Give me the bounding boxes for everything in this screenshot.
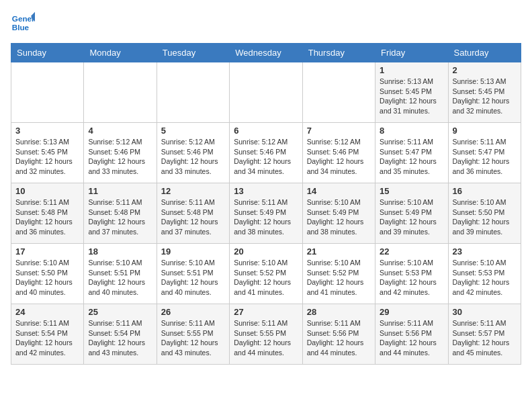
day-cell: 7Sunrise: 5:12 AM Sunset: 5:46 PM Daylig… — [302, 123, 375, 183]
weekday-header-thursday: Thursday — [302, 44, 375, 62]
day-info: Sunrise: 5:10 AM Sunset: 5:52 PM Dayligh… — [234, 258, 298, 298]
day-cell — [302, 62, 375, 123]
day-number: 8 — [380, 126, 443, 136]
day-cell: 17Sunrise: 5:10 AM Sunset: 5:50 PM Dayli… — [11, 244, 84, 304]
day-cell: 8Sunrise: 5:11 AM Sunset: 5:47 PM Daylig… — [375, 123, 448, 183]
day-cell: 10Sunrise: 5:11 AM Sunset: 5:48 PM Dayli… — [11, 183, 84, 244]
day-cell: 4Sunrise: 5:12 AM Sunset: 5:46 PM Daylig… — [84, 123, 157, 183]
day-cell: 6Sunrise: 5:12 AM Sunset: 5:46 PM Daylig… — [230, 123, 302, 183]
svg-text:Blue: Blue — [12, 23, 30, 32]
day-info: Sunrise: 5:11 AM Sunset: 5:57 PM Dayligh… — [453, 318, 517, 358]
day-number: 15 — [380, 186, 443, 196]
day-cell: 27Sunrise: 5:11 AM Sunset: 5:55 PM Dayli… — [230, 304, 302, 365]
day-info: Sunrise: 5:12 AM Sunset: 5:46 PM Dayligh… — [88, 137, 152, 177]
day-info: Sunrise: 5:10 AM Sunset: 5:50 PM Dayligh… — [453, 197, 517, 237]
day-info: Sunrise: 5:11 AM Sunset: 5:56 PM Dayligh… — [380, 318, 443, 358]
day-number: 17 — [15, 246, 79, 257]
weekday-header-row: SundayMondayTuesdayWednesdayThursdayFrid… — [11, 44, 521, 62]
day-cell: 2Sunrise: 5:13 AM Sunset: 5:45 PM Daylig… — [448, 62, 521, 123]
day-number: 1 — [380, 65, 443, 75]
day-number: 30 — [453, 307, 517, 317]
day-cell: 23Sunrise: 5:10 AM Sunset: 5:53 PM Dayli… — [448, 244, 521, 304]
day-number: 6 — [234, 126, 298, 136]
day-cell: 20Sunrise: 5:10 AM Sunset: 5:52 PM Dayli… — [230, 244, 302, 304]
day-cell: 28Sunrise: 5:11 AM Sunset: 5:56 PM Dayli… — [302, 304, 375, 365]
day-info: Sunrise: 5:13 AM Sunset: 5:45 PM Dayligh… — [380, 77, 443, 116]
day-number: 12 — [161, 186, 225, 196]
day-number: 2 — [453, 65, 517, 75]
day-number: 23 — [453, 246, 517, 257]
day-cell: 15Sunrise: 5:10 AM Sunset: 5:49 PM Dayli… — [375, 183, 448, 244]
day-info: Sunrise: 5:10 AM Sunset: 5:52 PM Dayligh… — [307, 258, 371, 298]
day-info: Sunrise: 5:10 AM Sunset: 5:51 PM Dayligh… — [161, 258, 225, 298]
day-info: Sunrise: 5:11 AM Sunset: 5:54 PM Dayligh… — [88, 318, 152, 358]
weekday-header-saturday: Saturday — [448, 44, 521, 62]
day-info: Sunrise: 5:11 AM Sunset: 5:48 PM Dayligh… — [15, 197, 79, 237]
week-row-4: 17Sunrise: 5:10 AM Sunset: 5:50 PM Dayli… — [11, 244, 521, 304]
day-cell: 30Sunrise: 5:11 AM Sunset: 5:57 PM Dayli… — [448, 304, 521, 365]
day-info: Sunrise: 5:11 AM Sunset: 5:47 PM Dayligh… — [453, 137, 517, 177]
weekday-header-sunday: Sunday — [11, 44, 84, 62]
day-info: Sunrise: 5:12 AM Sunset: 5:46 PM Dayligh… — [161, 137, 225, 177]
day-info: Sunrise: 5:12 AM Sunset: 5:46 PM Dayligh… — [234, 137, 298, 177]
calendar-body: 1Sunrise: 5:13 AM Sunset: 5:45 PM Daylig… — [11, 62, 521, 365]
logo: General Blue — [11, 11, 35, 35]
day-number: 24 — [15, 307, 79, 317]
day-info: Sunrise: 5:10 AM Sunset: 5:50 PM Dayligh… — [15, 258, 79, 298]
day-cell: 12Sunrise: 5:11 AM Sunset: 5:48 PM Dayli… — [157, 183, 229, 244]
day-number: 5 — [161, 126, 225, 136]
weekday-header-monday: Monday — [84, 44, 157, 62]
day-info: Sunrise: 5:11 AM Sunset: 5:49 PM Dayligh… — [234, 197, 298, 237]
day-info: Sunrise: 5:11 AM Sunset: 5:48 PM Dayligh… — [161, 197, 225, 237]
day-number: 13 — [234, 186, 298, 196]
day-number: 16 — [453, 186, 517, 196]
day-info: Sunrise: 5:10 AM Sunset: 5:51 PM Dayligh… — [88, 258, 152, 298]
day-cell — [157, 62, 229, 123]
day-number: 21 — [307, 246, 371, 257]
day-number: 20 — [234, 246, 298, 257]
day-cell: 26Sunrise: 5:11 AM Sunset: 5:55 PM Dayli… — [157, 304, 229, 365]
day-cell: 18Sunrise: 5:10 AM Sunset: 5:51 PM Dayli… — [84, 244, 157, 304]
day-info: Sunrise: 5:13 AM Sunset: 5:45 PM Dayligh… — [15, 137, 79, 177]
week-row-5: 24Sunrise: 5:11 AM Sunset: 5:54 PM Dayli… — [11, 304, 521, 365]
day-cell — [84, 62, 157, 123]
day-cell: 22Sunrise: 5:10 AM Sunset: 5:53 PM Dayli… — [375, 244, 448, 304]
day-number: 10 — [15, 186, 79, 196]
day-info: Sunrise: 5:10 AM Sunset: 5:49 PM Dayligh… — [380, 197, 443, 237]
day-info: Sunrise: 5:11 AM Sunset: 5:56 PM Dayligh… — [307, 318, 371, 358]
day-number: 11 — [88, 186, 152, 196]
day-number: 26 — [161, 307, 225, 317]
day-info: Sunrise: 5:11 AM Sunset: 5:55 PM Dayligh… — [161, 318, 225, 358]
day-cell: 21Sunrise: 5:10 AM Sunset: 5:52 PM Dayli… — [302, 244, 375, 304]
week-row-2: 3Sunrise: 5:13 AM Sunset: 5:45 PM Daylig… — [11, 123, 521, 183]
day-number: 3 — [15, 126, 79, 136]
day-number: 28 — [307, 307, 371, 317]
day-cell: 19Sunrise: 5:10 AM Sunset: 5:51 PM Dayli… — [157, 244, 229, 304]
day-cell: 14Sunrise: 5:10 AM Sunset: 5:49 PM Dayli… — [302, 183, 375, 244]
day-info: Sunrise: 5:13 AM Sunset: 5:45 PM Dayligh… — [453, 77, 517, 116]
day-cell: 5Sunrise: 5:12 AM Sunset: 5:46 PM Daylig… — [157, 123, 229, 183]
logo-icon: General Blue — [11, 11, 35, 35]
day-number: 9 — [453, 126, 517, 136]
day-number: 22 — [380, 246, 443, 257]
day-info: Sunrise: 5:10 AM Sunset: 5:53 PM Dayligh… — [453, 258, 517, 298]
day-info: Sunrise: 5:12 AM Sunset: 5:46 PM Dayligh… — [307, 137, 371, 177]
day-info: Sunrise: 5:11 AM Sunset: 5:54 PM Dayligh… — [15, 318, 79, 358]
page-header: General Blue — [11, 11, 521, 35]
day-number: 25 — [88, 307, 152, 317]
day-number: 7 — [307, 126, 371, 136]
day-cell: 11Sunrise: 5:11 AM Sunset: 5:48 PM Dayli… — [84, 183, 157, 244]
day-cell: 16Sunrise: 5:10 AM Sunset: 5:50 PM Dayli… — [448, 183, 521, 244]
weekday-header-tuesday: Tuesday — [157, 44, 229, 62]
day-cell: 13Sunrise: 5:11 AM Sunset: 5:49 PM Dayli… — [230, 183, 302, 244]
day-cell: 9Sunrise: 5:11 AM Sunset: 5:47 PM Daylig… — [448, 123, 521, 183]
day-info: Sunrise: 5:11 AM Sunset: 5:48 PM Dayligh… — [88, 197, 152, 237]
day-number: 29 — [380, 307, 443, 317]
day-info: Sunrise: 5:11 AM Sunset: 5:55 PM Dayligh… — [234, 318, 298, 358]
day-cell: 3Sunrise: 5:13 AM Sunset: 5:45 PM Daylig… — [11, 123, 84, 183]
week-row-1: 1Sunrise: 5:13 AM Sunset: 5:45 PM Daylig… — [11, 62, 521, 123]
day-cell: 24Sunrise: 5:11 AM Sunset: 5:54 PM Dayli… — [11, 304, 84, 365]
day-number: 14 — [307, 186, 371, 196]
day-number: 18 — [88, 246, 152, 257]
day-info: Sunrise: 5:11 AM Sunset: 5:47 PM Dayligh… — [380, 137, 443, 177]
